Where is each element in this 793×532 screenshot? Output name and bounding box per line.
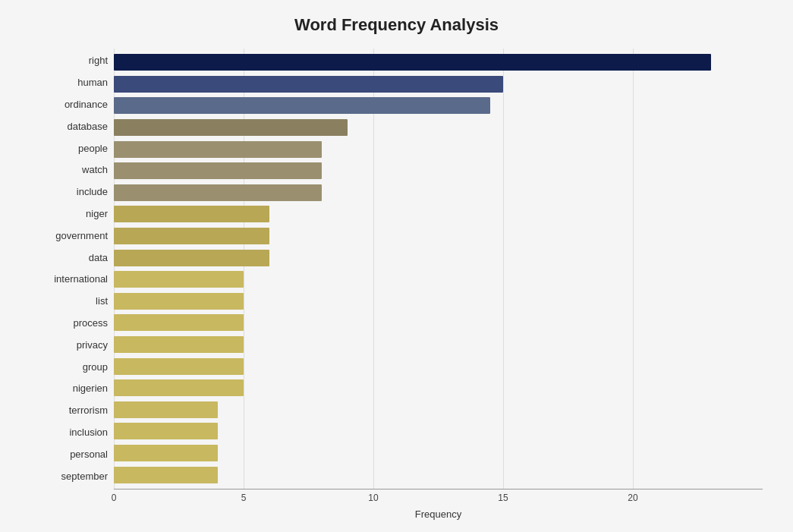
bar-row (114, 313, 763, 332)
bar (114, 445, 218, 461)
y-labels: righthumanordinancedatabasepeoplewatchin… (30, 49, 114, 489)
bar-row (114, 184, 763, 202)
bar-row (114, 205, 763, 223)
y-label: nigerien (30, 379, 108, 398)
y-label: people (30, 139, 108, 159)
bar (114, 423, 218, 439)
bar (114, 358, 244, 375)
x-tick: 10 (366, 493, 381, 503)
bar-row (114, 292, 763, 310)
bar (114, 314, 244, 331)
bar (114, 76, 503, 93)
bar-row (114, 357, 763, 376)
y-label: include (30, 182, 108, 202)
bar (114, 271, 244, 288)
bar-row (114, 401, 763, 419)
bars-grid (114, 49, 763, 489)
bar (114, 336, 244, 353)
x-axis: 05101520 Frequency (114, 489, 763, 520)
x-axis-label: Frequency (114, 508, 763, 520)
bar-row (114, 140, 763, 159)
bar (114, 379, 244, 396)
x-tick: 20 (625, 493, 640, 503)
bar-row (114, 466, 763, 484)
y-label: personal (30, 445, 108, 464)
bar (114, 97, 490, 114)
y-label: right (30, 51, 108, 71)
bar (114, 401, 218, 418)
y-label: human (30, 73, 108, 93)
y-label: database (30, 117, 108, 137)
bar (114, 250, 269, 266)
y-label: international (30, 269, 108, 289)
bar (114, 206, 269, 222)
y-label: privacy (30, 335, 108, 355)
bar (114, 228, 269, 244)
bar-row (114, 227, 763, 245)
x-tick: 15 (496, 493, 511, 503)
bar (114, 119, 348, 136)
bar (114, 467, 218, 483)
bar-row (114, 422, 763, 440)
chart-container: Word Frequency Analysis righthumanordina… (0, 0, 793, 532)
bar-row (114, 75, 763, 93)
y-label: ordinance (30, 95, 108, 115)
y-label: list (30, 291, 108, 311)
x-tick: 0 (106, 493, 121, 503)
y-label: watch (30, 160, 108, 180)
y-label: september (30, 467, 108, 486)
bar (114, 293, 244, 310)
bar-row (114, 118, 763, 137)
y-label: group (30, 357, 108, 377)
x-tick: 5 (236, 493, 251, 503)
bar-row (114, 444, 763, 462)
y-label: inclusion (30, 423, 108, 442)
y-label: niger (30, 204, 108, 224)
bar (114, 141, 322, 158)
bar-row (114, 162, 763, 180)
bar-row (114, 379, 763, 397)
y-label: data (30, 248, 108, 268)
chart-area: righthumanordinancedatabasepeoplewatchin… (30, 49, 763, 489)
y-label: process (30, 313, 108, 333)
bar (114, 54, 711, 71)
bar-row (114, 96, 763, 115)
bar-row (114, 335, 763, 354)
bar (114, 184, 322, 201)
bar-row (114, 53, 763, 71)
y-label: terrorism (30, 401, 108, 420)
bar-row (114, 270, 763, 288)
bar (114, 162, 322, 179)
bar-row (114, 249, 763, 267)
chart-title: Word Frequency Analysis (30, 15, 763, 35)
y-label: government (30, 226, 108, 246)
